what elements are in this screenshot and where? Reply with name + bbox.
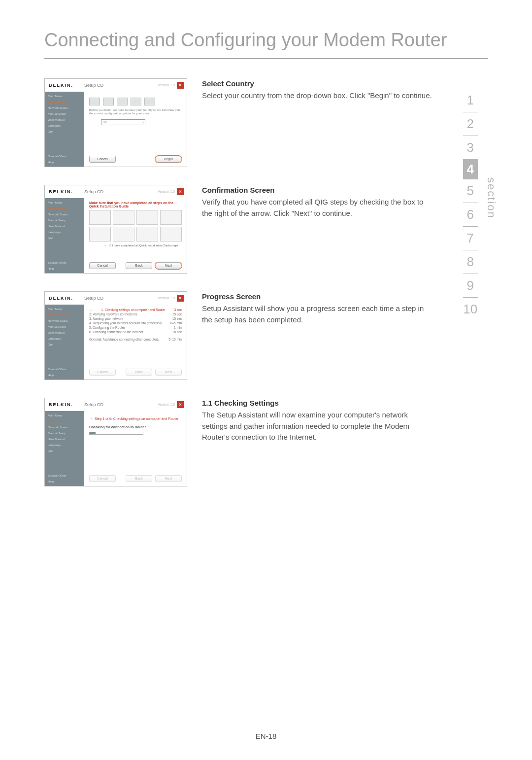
country-dropdown[interactable]: UK: [101, 119, 145, 125]
next-button[interactable]: Next: [155, 262, 182, 269]
nav-user-manual[interactable]: User Manual: [48, 438, 81, 441]
qig-thumb: [113, 210, 134, 225]
progress-list: → 1. Checking settings on computer and R…: [89, 308, 182, 342]
screenshot-progress: BELKIN. Setup CD Version 1.0 ✕ Main Menu…: [44, 291, 187, 380]
hint-text: Before you begin, we need to know your c…: [89, 108, 182, 115]
section-2[interactable]: 2: [467, 112, 474, 136]
nav-setup-assistant[interactable]: Setup Assistant: [48, 420, 81, 423]
nav-manual[interactable]: Manual Setup: [48, 112, 81, 115]
back-button: Back: [126, 475, 152, 482]
section-9[interactable]: 9: [467, 274, 474, 297]
nav-language[interactable]: Language: [48, 124, 81, 127]
banner-text: Make sure that you have completed all st…: [89, 201, 182, 208]
nav-status[interactable]: Network Status: [48, 213, 81, 216]
nav-manual[interactable]: Manual Setup: [48, 432, 81, 435]
section-heading: 1.1 Checking Settings: [202, 398, 433, 409]
nav-quit[interactable]: Quit: [48, 237, 81, 240]
nav-help[interactable]: Help: [48, 267, 81, 270]
nav-help[interactable]: Help: [48, 480, 81, 483]
version-label: Version 1.0: [158, 83, 175, 87]
device-icon: [131, 98, 141, 105]
sidebar: Main Menu Setup Assistant Network Status…: [45, 305, 84, 380]
section-number-list: 1 2 3 4 5 6 7 8 9 10: [463, 89, 478, 321]
close-icon[interactable]: ✕: [177, 188, 184, 195]
nav-setup-assistant[interactable]: Setup Assistant: [48, 207, 81, 210]
section-8[interactable]: 8: [467, 250, 474, 274]
section-body: Setup Assistant will show you a progress…: [202, 303, 433, 325]
next-button: Next: [155, 369, 182, 376]
nav-main[interactable]: Main Menu: [48, 308, 81, 311]
qig-thumb: [136, 210, 158, 225]
screenshot-select-country: BELKIN. Setup CD Version 1.0 ✕ Main Menu…: [44, 78, 187, 167]
nav-main[interactable]: Main Menu: [48, 201, 81, 204]
qig-thumb: [89, 210, 111, 225]
cancel-button[interactable]: Cancel: [89, 156, 116, 163]
progress-row: → 1. Checking settings on computer and R…: [89, 308, 182, 312]
thumb-row: [89, 210, 182, 225]
close-icon[interactable]: ✕: [177, 295, 184, 302]
nav-main[interactable]: Main Menu: [48, 414, 81, 417]
version-label: Version 1.0: [158, 190, 175, 193]
close-icon[interactable]: ✕: [177, 82, 184, 89]
section-3[interactable]: 3: [467, 136, 474, 159]
section-nav: 1 2 3 4 5 6 7 8 9 10 section: [463, 89, 498, 321]
step-line: →Step 1 of 6: Checking settings on compu…: [89, 417, 182, 420]
section-4-active[interactable]: 4: [463, 160, 478, 179]
confirm-checkbox-row[interactable]: →☑ I have completed all Quick Installati…: [104, 243, 182, 247]
nav-language[interactable]: Language: [48, 444, 81, 447]
device-icon: [103, 98, 114, 105]
nav-main[interactable]: Main Menu: [48, 95, 81, 98]
nav-status[interactable]: Network Status: [48, 319, 81, 322]
nav-status[interactable]: Network Status: [48, 426, 81, 429]
nav-offers[interactable]: Special Offers: [48, 368, 81, 371]
nav-quit[interactable]: Quit: [48, 130, 81, 133]
nav-quit[interactable]: Quit: [48, 343, 81, 346]
nav-language[interactable]: Language: [48, 231, 81, 234]
nav-language[interactable]: Language: [48, 337, 81, 340]
nav-quit[interactable]: Quit: [48, 449, 81, 452]
section-1[interactable]: 1: [467, 89, 474, 112]
nav-offers[interactable]: Special Offers: [48, 155, 81, 158]
qig-thumb: [160, 227, 182, 242]
nav-user-manual[interactable]: User Manual: [48, 331, 81, 334]
qig-thumb: [113, 227, 134, 242]
section-7[interactable]: 7: [467, 227, 474, 250]
screenshot-checking-settings: BELKIN. Setup CD Version 1.0 ✕ Main Menu…: [44, 398, 187, 486]
icon-row: [89, 98, 182, 105]
nav-manual[interactable]: Manual Setup: [48, 219, 81, 222]
page-number: EN-18: [0, 732, 532, 740]
nav-help[interactable]: Help: [48, 161, 81, 164]
close-icon[interactable]: ✕: [177, 401, 184, 408]
arrow-icon: →: [104, 244, 107, 247]
back-button: Back: [126, 369, 152, 376]
nav-user-manual[interactable]: User Manual: [48, 225, 81, 228]
section-10[interactable]: 10: [463, 298, 477, 321]
screenshot-confirmation: BELKIN. Setup CD Version 1.0 ✕ Main Menu…: [44, 185, 187, 274]
qig-thumb: [89, 227, 111, 242]
sidebar: Main Menu Setup Assistant Network Status…: [45, 411, 84, 486]
begin-button[interactable]: Begin: [155, 156, 182, 163]
back-button[interactable]: Back: [126, 262, 152, 269]
cancel-button[interactable]: Cancel: [89, 262, 116, 269]
nav-user-manual[interactable]: User Manual: [48, 118, 81, 121]
progress-fill: [90, 432, 96, 434]
qig-thumb: [160, 210, 182, 225]
nav-offers[interactable]: Special Offers: [48, 261, 81, 264]
nav-offers[interactable]: Special Offers: [48, 474, 81, 477]
section-body: Select your country from the drop-down b…: [202, 90, 433, 102]
nav-setup-assistant[interactable]: Setup Assistant: [48, 313, 81, 316]
progress-bar: [89, 432, 143, 435]
window-title: Setup CD: [84, 189, 158, 194]
nav-help[interactable]: Help: [48, 374, 81, 377]
nav-setup-assistant[interactable]: Setup Assistant: [48, 101, 81, 104]
sidebar: Main Menu Setup Assistant Network Status…: [45, 92, 84, 167]
belkin-logo: BELKIN.: [45, 296, 84, 301]
qig-thumb: [136, 227, 158, 242]
section-6[interactable]: 6: [467, 203, 474, 226]
section-5[interactable]: 5: [467, 179, 474, 203]
cancel-button: Cancel: [89, 475, 116, 482]
belkin-logo: BELKIN.: [45, 83, 84, 88]
nav-manual[interactable]: Manual Setup: [48, 325, 81, 328]
nav-status[interactable]: Network Status: [48, 106, 81, 109]
belkin-logo: BELKIN.: [45, 402, 84, 407]
